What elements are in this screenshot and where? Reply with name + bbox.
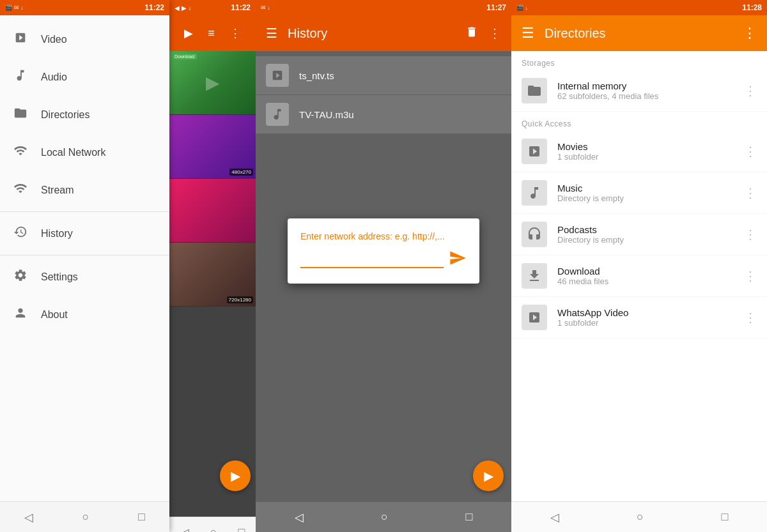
internal-memory-name: Internal memory <box>557 80 734 91</box>
internal-memory-info: Internal memory 62 subfolders, 4 media f… <box>557 80 734 101</box>
fab-play-icon: ▶ <box>231 468 240 483</box>
back-btn-1[interactable]: ◁ <box>180 526 189 533</box>
more-icon[interactable]: ⋮ <box>229 26 241 40</box>
dir-status-left: 🎬 ↓ <box>516 4 528 11</box>
podcasts-info: Podcasts Directory is empty <box>557 224 734 245</box>
local-network-icon <box>13 144 28 161</box>
music-subtitle: Directory is empty <box>557 194 734 203</box>
recents-btn-nav[interactable]: □ <box>138 510 145 524</box>
download-subtitle: 46 media files <box>557 277 734 286</box>
nav-status-left-icons: 🎬 ✉ ↓ <box>5 4 24 11</box>
bottom-nav-history: ◁ ○ □ <box>256 501 511 532</box>
nav-item-local-network[interactable]: Local Network <box>0 133 169 171</box>
nav-video-label: Video <box>41 34 67 45</box>
recents-btn-1[interactable]: □ <box>238 526 245 532</box>
dir-item-whatsapp[interactable]: WhatsApp Video 1 subfolder ⋮ <box>511 297 767 338</box>
movies-more[interactable]: ⋮ <box>744 144 757 159</box>
home-btn-nav[interactable]: ○ <box>82 510 89 524</box>
dir-item-podcasts[interactable]: Podcasts Directory is empty ⋮ <box>511 214 767 255</box>
home-btn-history[interactable]: ○ <box>381 510 388 524</box>
nav-stream-label: Stream <box>41 185 74 196</box>
nav-item-directories[interactable]: Directories <box>0 96 169 133</box>
bottom-nav-video: ◁ ○ □ <box>169 517 256 532</box>
thumb-1[interactable]: Download ▶ <box>169 51 256 115</box>
whatsapp-more[interactable]: ⋮ <box>744 310 757 325</box>
storages-section: Storages Internal memory 62 subfolders, … <box>511 51 767 112</box>
podcasts-more[interactable]: ⋮ <box>744 227 757 242</box>
music-more[interactable]: ⋮ <box>744 185 757 201</box>
back-btn-nav[interactable]: ◁ <box>24 510 33 524</box>
whatsapp-name: WhatsApp Video <box>557 307 734 318</box>
home-btn-dirs[interactable]: ○ <box>637 510 644 524</box>
nav-local-network-label: Local Network <box>41 147 105 158</box>
home-btn-1[interactable]: ○ <box>210 526 217 532</box>
music-icon <box>522 180 547 206</box>
dialog-hint-text: Enter network address: e.g. http://,... <box>300 231 467 241</box>
dir-item-music[interactable]: Music Directory is empty ⋮ <box>511 172 767 214</box>
panel-directories: 🎬 ↓ 11:28 ☰ Directories ⋮ Storages Inter… <box>511 0 767 532</box>
status-time-1: 11:22 <box>231 3 251 12</box>
directories-title: Directories <box>545 26 732 41</box>
quick-access-section: Quick Access Movies 1 subfolder ⋮ Music … <box>511 112 767 338</box>
nav-item-audio[interactable]: Audio <box>0 58 169 96</box>
sort-icon[interactable]: ≡ <box>208 27 215 40</box>
nav-audio-label: Audio <box>41 72 67 83</box>
nav-directories-label: Directories <box>41 109 89 121</box>
play-icon[interactable]: ▶ <box>184 26 193 40</box>
history-icon <box>13 225 28 242</box>
network-address-input[interactable] <box>300 252 444 268</box>
thumb-4[interactable]: 720x1280 <box>169 243 256 307</box>
more-icon-directories[interactable]: ⋮ <box>743 25 757 42</box>
fab-play-history[interactable]: ▶ <box>473 460 504 491</box>
thumb-2[interactable]: 480x270 <box>169 115 256 179</box>
side-nav-drawer: 🎬 ✉ ↓ 11:22 Video Audio Direc <box>0 0 169 532</box>
video-thumbnails: Download ▶ 480x270 720x1280 <box>169 51 256 517</box>
recents-btn-dirs[interactable]: □ <box>721 510 728 524</box>
directories-header: ☰ Directories ⋮ <box>511 15 767 51</box>
podcasts-icon <box>522 222 547 247</box>
movies-name: Movies <box>557 141 734 152</box>
directories-icon <box>13 106 28 123</box>
dir-item-internal-memory[interactable]: Internal memory 62 subfolders, 4 media f… <box>511 70 767 112</box>
back-btn-dirs[interactable]: ◁ <box>550 510 559 524</box>
nav-item-settings[interactable]: Settings <box>0 258 169 296</box>
nav-settings-label: Settings <box>41 271 78 283</box>
audio-icon <box>13 68 28 86</box>
dir-item-download[interactable]: Download 46 media files ⋮ <box>511 255 767 297</box>
thumb-3[interactable] <box>169 179 256 243</box>
nav-divider <box>0 211 169 212</box>
music-info: Music Directory is empty <box>557 183 734 203</box>
podcasts-subtitle: Directory is empty <box>557 235 734 245</box>
storages-label: Storages <box>511 51 767 70</box>
settings-icon <box>13 268 28 285</box>
nav-history-label: History <box>41 228 73 239</box>
dialog-input-row <box>300 249 467 271</box>
fab-play-button[interactable]: ▶ <box>220 460 251 491</box>
quick-access-label: Quick Access <box>511 112 767 131</box>
video-content-bg: ◀ ▶ ↓ 11:22 ▶ ≡ ⋮ Download ▶ 480x270 <box>169 0 256 532</box>
nav-item-history[interactable]: History <box>0 215 169 252</box>
whatsapp-icon <box>522 305 547 330</box>
status-icons-left: ◀ ▶ ↓ <box>174 4 192 11</box>
internal-memory-icon <box>522 78 547 103</box>
dir-item-movies[interactable]: Movies 1 subfolder ⋮ <box>511 131 767 172</box>
nav-item-video[interactable]: Video <box>0 20 169 58</box>
nav-item-about[interactable]: About <box>0 296 169 333</box>
about-icon <box>13 306 28 323</box>
bottom-nav-panel1: ◁ ○ □ <box>0 501 169 532</box>
stream-icon <box>13 181 28 199</box>
internal-memory-more[interactable]: ⋮ <box>744 83 757 98</box>
nav-item-stream[interactable]: Stream <box>0 171 169 209</box>
nav-about-label: About <box>41 309 68 321</box>
back-btn-history[interactable]: ◁ <box>295 510 304 524</box>
menu-icon-directories[interactable]: ☰ <box>522 25 534 42</box>
movies-icon <box>522 139 547 164</box>
panel-nav: ◀ ▶ ↓ 11:22 ▶ ≡ ⋮ Download ▶ 480x270 <box>0 0 256 532</box>
dialog-send-button[interactable] <box>449 249 467 271</box>
download-more[interactable]: ⋮ <box>744 268 757 284</box>
download-name: Download <box>557 266 734 277</box>
movies-info: Movies 1 subfolder <box>557 141 734 162</box>
recents-btn-history[interactable]: □ <box>465 510 472 524</box>
fab-play-icon-history: ▶ <box>484 468 493 483</box>
nav-status-time: 11:22 <box>144 3 164 12</box>
